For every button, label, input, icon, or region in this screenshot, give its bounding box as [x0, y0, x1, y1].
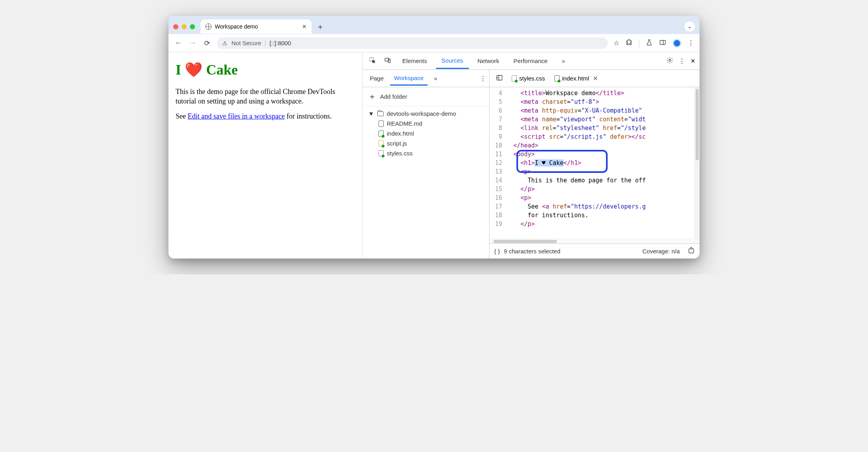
- device-toolbar-icon[interactable]: [382, 55, 394, 67]
- format-icon[interactable]: { }: [494, 248, 500, 255]
- svg-rect-4: [388, 59, 390, 63]
- file-icon: [379, 140, 384, 147]
- file-icon: [379, 150, 384, 157]
- navigator-tabs: Page Workspace » ⋮: [363, 70, 489, 87]
- url-text: [::]:8000: [270, 40, 291, 46]
- tabs-dropdown-button[interactable]: ⌄: [684, 21, 695, 32]
- vertical-scrollbar[interactable]: [694, 87, 700, 239]
- file-icon: [512, 75, 517, 82]
- file-label: script.js: [387, 140, 407, 147]
- omnibox-divider: [265, 40, 266, 46]
- labs-icon[interactable]: [646, 39, 653, 48]
- reload-button[interactable]: ⟳: [203, 39, 211, 48]
- warning-icon: ⚠: [222, 40, 228, 46]
- devtools-tab-bar: Elements Sources Network Performance » ⋮…: [363, 52, 700, 70]
- profile-avatar[interactable]: [673, 39, 681, 48]
- devtools-menu-icon[interactable]: ⋮: [679, 57, 685, 65]
- code-editor[interactable]: 45678910111213141516171819 <title>Worksp…: [489, 87, 700, 239]
- editor-tabs: styles.css index.html ✕: [489, 70, 700, 87]
- file-label: styles.css: [387, 150, 413, 157]
- new-tab-button[interactable]: ＋: [316, 21, 324, 32]
- close-devtools-icon[interactable]: ✕: [690, 57, 696, 65]
- editor-tab-styles[interactable]: styles.css: [508, 73, 549, 84]
- page-heading: I ❤️ Cake: [176, 60, 355, 80]
- chevron-down-icon: ▼: [368, 110, 374, 117]
- tab-elements[interactable]: Elements: [397, 54, 433, 68]
- plus-icon: ＋: [368, 91, 376, 102]
- globe-icon: [205, 23, 212, 30]
- nav-tab-page[interactable]: Page: [366, 72, 388, 85]
- tab-sources[interactable]: Sources: [436, 53, 469, 69]
- selection-status: 9 characters selected: [504, 248, 560, 255]
- close-editor-tab-icon[interactable]: ✕: [593, 75, 598, 82]
- svg-rect-0: [660, 40, 665, 44]
- page-paragraph-2: See Edit and save files in a workspace f…: [176, 111, 355, 121]
- drawer-icon[interactable]: [688, 247, 695, 255]
- devtools-panel: Elements Sources Network Performance » ⋮…: [363, 52, 700, 259]
- code-lines: <title>Workspace demo</title> <meta char…: [506, 87, 646, 239]
- coverage-status: Coverage: n/a: [642, 248, 680, 255]
- folder-icon: [377, 111, 384, 116]
- security-label: Not Secure: [231, 40, 261, 46]
- workspace-docs-link[interactable]: Edit and save files in a workspace: [188, 112, 285, 120]
- file-label: index.html: [387, 130, 414, 137]
- extensions-icon[interactable]: [625, 39, 633, 48]
- p2-post: for instructions.: [285, 112, 332, 120]
- tree-file[interactable]: index.html: [366, 128, 486, 138]
- close-window-button[interactable]: [173, 24, 178, 29]
- tree-file[interactable]: styles.css: [366, 148, 486, 158]
- devtools-body: Page Workspace » ⋮ ＋ Add folder ▼ devtoo: [363, 70, 700, 259]
- window-controls: [173, 24, 195, 29]
- add-folder-label: Add folder: [380, 93, 407, 100]
- page-paragraph-1: This is the demo page for the official C…: [176, 87, 355, 106]
- file-icon: [379, 130, 384, 137]
- p2-pre: See: [176, 112, 188, 120]
- editor-pane: styles.css index.html ✕ 4567891011121314…: [489, 70, 700, 259]
- file-label: README.md: [387, 120, 422, 127]
- address-bar[interactable]: ⚠ Not Secure [::]:8000: [217, 37, 608, 49]
- tree-file[interactable]: script.js: [366, 138, 486, 148]
- svg-point-5: [669, 59, 671, 61]
- nav-tab-workspace[interactable]: Workspace: [390, 71, 428, 86]
- line-gutter: 45678910111213141516171819: [489, 87, 506, 239]
- settings-icon[interactable]: [666, 57, 673, 65]
- content-area: I ❤️ Cake This is the demo page for the …: [168, 52, 700, 259]
- editor-tab-index[interactable]: index.html ✕: [551, 73, 602, 84]
- tab-title: Workspace demo: [215, 23, 258, 30]
- tab-performance[interactable]: Performance: [508, 54, 553, 68]
- tab-strip: Workspace demo ✕ ＋ ⌄: [168, 16, 700, 34]
- add-folder-button[interactable]: ＋ Add folder: [363, 87, 489, 106]
- panel-icon[interactable]: [659, 39, 666, 48]
- forward-button[interactable]: →: [188, 39, 197, 47]
- browser-tab[interactable]: Workspace demo ✕: [201, 19, 312, 34]
- more-tabs-button[interactable]: »: [556, 54, 570, 68]
- rendered-page: I ❤️ Cake This is the demo page for the …: [168, 52, 363, 259]
- inspect-element-icon[interactable]: [367, 55, 379, 67]
- folder-label: devtools-workspace-demo: [387, 110, 456, 117]
- editor-tab-label: styles.css: [519, 75, 545, 82]
- browser-toolbar: ← → ⟳ ⚠ Not Secure [::]:8000 ☆ ⋮: [168, 34, 700, 52]
- sources-navigator: Page Workspace » ⋮ ＋ Add folder ▼ devtoo: [363, 70, 489, 259]
- horizontal-scrollbar[interactable]: [489, 239, 700, 243]
- toolbar-actions: ☆ ⋮: [614, 39, 694, 48]
- file-icon: [554, 75, 560, 82]
- file-tree: ▼ devtools-workspace-demo README.md inde…: [363, 106, 489, 259]
- back-button[interactable]: ←: [174, 39, 183, 47]
- show-navigator-icon[interactable]: [493, 73, 506, 84]
- tree-folder[interactable]: ▼ devtools-workspace-demo: [366, 109, 486, 119]
- fullscreen-window-button[interactable]: [190, 24, 195, 29]
- file-icon: [379, 121, 384, 127]
- bookmark-icon[interactable]: ☆: [614, 39, 619, 47]
- toolbar-separator: [639, 39, 639, 47]
- nav-more-button[interactable]: »: [430, 72, 441, 85]
- editor-tab-label: index.html: [562, 75, 589, 82]
- menu-icon[interactable]: ⋮: [688, 39, 694, 47]
- close-tab-icon[interactable]: ✕: [302, 23, 307, 30]
- nav-menu-icon[interactable]: ⋮: [480, 75, 486, 82]
- editor-status-bar: { } 9 characters selected Coverage: n/a: [489, 243, 700, 259]
- tab-network[interactable]: Network: [472, 54, 505, 68]
- browser-window: Workspace demo ✕ ＋ ⌄ ← → ⟳ ⚠ Not Secure …: [168, 16, 700, 259]
- tree-file[interactable]: README.md: [366, 119, 486, 128]
- minimize-window-button[interactable]: [182, 24, 187, 29]
- svg-rect-8: [689, 249, 694, 253]
